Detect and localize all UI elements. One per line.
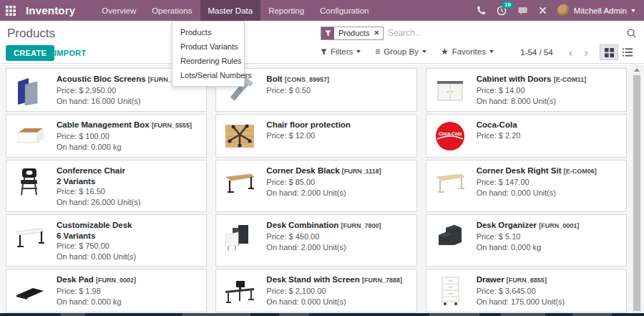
phone-icon[interactable] [477,6,486,15]
page-title: Products [7,27,55,41]
list-view-icon [623,48,633,57]
product-image [13,219,47,254]
kanban-view-icon [605,48,614,57]
product-name: Acoustic Bloc Screens [57,75,146,83]
taskbar-segment [572,313,612,316]
list-view-button[interactable] [618,44,637,60]
product-name: Desk Stand with Screen [266,275,359,284]
navbar-menu-item[interactable]: Overview [94,0,144,21]
product-name: Corner Desk Right Sit [477,166,562,175]
product-price: Price: $ 16.50 [57,186,140,197]
group-by-button[interactable]: ≡ Group By [375,47,426,56]
product-name: Cabinet with Doors [477,75,552,83]
favorites-button[interactable]: ★ Favorites [441,47,494,56]
product-image [433,219,467,254]
search-bar: Products ✕ [321,25,637,41]
pager-next-icon[interactable]: › [578,47,594,59]
product-card[interactable]: Corner Desk Black [FURN_1118] Price: $ 8… [215,160,416,212]
product-card[interactable]: Cabinet with Doors [E-COM11] Price: $ 14… [426,68,627,112]
product-reference: [FURN_7800] [341,222,381,229]
product-price: Price: $ 2.20 [477,130,521,141]
messages-icon[interactable] [517,6,528,16]
kanban-view-button[interactable] [600,44,618,60]
product-card[interactable]: Desk Organizer [FURN_0001] Price: $ 5.10… [426,214,627,267]
dropdown-menu-item[interactable]: Lots/Serial Numbers [172,68,244,82]
filters-button[interactable]: Filters [321,47,361,56]
product-name: Desk Pad [57,275,94,284]
product-price: Price: $ 750.00 [57,241,136,252]
product-name: Desk Organizer [477,221,537,229]
product-variants: 6 Variants [57,231,136,241]
product-on-hand: On hand: 0.000 Unit(s) [477,188,597,198]
vertical-scrollbar[interactable] [633,65,641,312]
product-card[interactable]: Drawer [FURN_8855] Price: $ 3,645.00 On … [426,269,627,312]
search-input[interactable] [388,28,622,38]
navbar-menu-item[interactable]: Reporting [260,0,312,21]
product-card[interactable]: Desk Combination [FURN_7800] Price: $ 45… [215,214,416,267]
dropdown-menu-item[interactable]: Reordering Rules [172,54,244,68]
dropdown-menu-item[interactable]: Products [172,25,244,39]
product-card[interactable]: Chair floor protection Price: $ 12.00 [215,114,416,158]
chevron-down-icon [356,50,361,53]
apps-grid-icon[interactable] [0,0,21,21]
pager-area: 1-54 / 54 ‹ › [520,44,637,60]
product-price: Price: $ 2,950.00 [57,85,188,96]
navbar-menu-item[interactable]: Master Data [200,0,261,21]
product-image [223,165,257,199]
user-menu[interactable]: Mitchell Admin [557,4,635,16]
cross-icon[interactable] [539,6,547,14]
product-card[interactable]: Corner Desk Right Sit [E-COM06] Price: $… [426,160,627,212]
bars-icon: ≡ [375,47,380,56]
user-avatar [557,4,570,16]
chevron-down-icon [631,9,635,12]
activity-count-badge: 10 [502,1,514,9]
facet-remove-icon[interactable]: ✕ [374,27,383,39]
product-name: Conference Chair [57,166,125,175]
product-image [13,274,47,308]
product-name: Coca-Cola [477,120,517,129]
scrollbar-thumb[interactable] [633,75,640,311]
product-price: Price: $ 147.00 [477,177,597,188]
navbar-menu-item-label: Reporting [268,6,304,15]
navbar-menu-item[interactable]: Configuration [312,0,376,21]
search-icon[interactable] [626,28,637,39]
product-reference: [CONS_89957] [285,76,329,83]
kanban-content: Acoustic Bloc Screens [FURN_6666] Price:… [0,64,644,313]
product-reference: [E-COM11] [554,76,587,83]
product-image [13,165,47,199]
navbar-menu-item[interactable]: Operations [144,0,200,21]
product-card[interactable]: Coca-Cola Coca-Cola Price: $ 2.20 [426,114,627,158]
dropdown-menu-item[interactable]: Product Variants [172,39,244,54]
product-card[interactable]: Conference Chair 2 Variants Price: $ 16.… [6,160,207,212]
product-card[interactable]: Cable Management Box [FURN_5555] Price: … [6,114,207,158]
search-facet: Products ✕ [321,27,384,40]
activity-clock-icon[interactable]: 10 [497,6,507,16]
product-card[interactable]: Desk Stand with Screen [FURN_7888] Price… [215,269,416,312]
product-image: Coca-Cola [433,119,467,153]
product-on-hand: On hand: 0.000 kg [57,297,136,307]
view-switcher [600,44,637,60]
product-card[interactable]: Desk Pad [FURN_0002] Price: $ 1.98 On ha… [6,269,207,312]
product-on-hand: On hand: 2.000 Unit(s) [266,188,381,198]
control-panel: Products CREATE IMPORT Products ✕ Filter… [0,21,644,64]
app-title: Inventory [26,4,75,16]
os-taskbar-edge [0,313,644,316]
create-button[interactable]: CREATE [6,45,54,61]
funnel-icon [321,49,327,55]
product-on-hand: On hand: 0.000 Unit(s) [57,252,136,262]
product-on-hand: On hand: 0.000 kg [477,242,580,253]
star-icon: ★ [441,47,449,56]
product-image [433,165,467,199]
import-button[interactable]: IMPORT [54,49,87,57]
product-reference: [FURN_0002] [96,277,136,284]
chevron-down-icon [489,50,494,53]
scroll-up-arrow-icon[interactable] [634,67,640,72]
product-image [223,219,257,254]
product-price: Price: $ 100.00 [57,131,192,142]
pager-previous-icon[interactable]: ‹ [563,47,579,59]
product-on-hand: On hand: 175.000 Unit(s) [477,297,565,307]
svg-text:Coca-Cola: Coca-Cola [439,131,462,136]
product-price: Price: $ 85.00 [266,177,381,188]
product-card[interactable]: Customizable Desk 6 Variants Price: $ 75… [6,214,207,267]
product-reference: [E-COM06] [564,168,597,175]
